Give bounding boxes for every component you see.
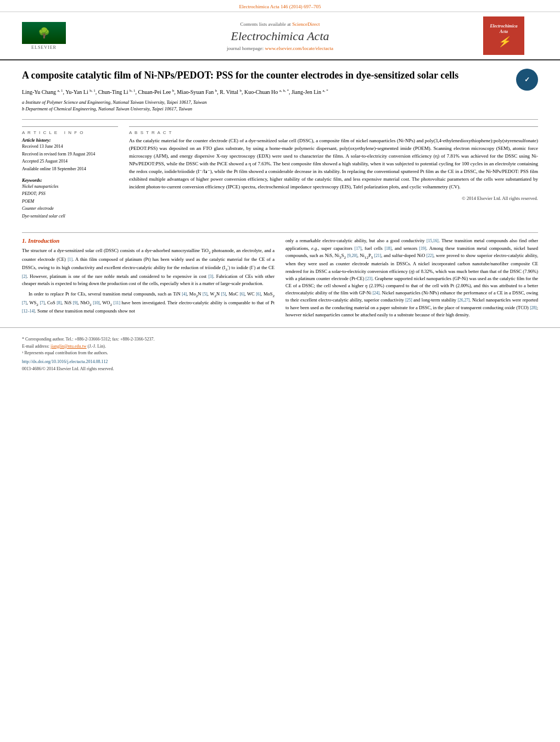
keyword-4: Counter electrode [22,205,118,213]
authors-line: Ling-Yu Chang a, 1, Yu-Yan Li b, 1, Chun… [22,87,538,96]
authors-text: Ling-Yu Chang a, 1, Yu-Yan Li b, 1, Chun… [22,89,328,95]
affiliation-b: b Department of Chemical Engineering, Na… [22,105,538,113]
email-text: E-mail address: jianglin@ntu.edu.tw (J.-… [22,344,106,349]
intro-para-3: only a remarkable electro-catalytic abil… [285,237,538,318]
doi-url[interactable]: http://dx.doi.org/10.1016/j.electacta.20… [22,359,108,364]
elsevier-tree-icon: 🌳 [38,27,50,39]
contents-available: Contents lists available at ScienceDirec… [77,21,483,27]
affiliations-section: a Institute of Polymer Science and Engin… [22,99,538,113]
elsevier-label: ELSEVIER [31,45,57,50]
article-history: Article history: Received 13 June 2014 R… [22,137,118,172]
section1-label: Introduction [28,237,59,244]
revised-date: Received in revised form 19 August 2014 [22,150,118,158]
keywords-label: Keywords: [22,177,118,183]
article-info-column: A R T I C L E I N F O Article history: R… [22,126,118,220]
journal-logo-right: ElectrochimicaActa ⚡ [483,16,549,55]
journal-logo-title: ElectrochimicaActa [490,24,517,35]
copyright-line: © 2014 Elsevier Ltd. All rights reserved… [129,196,538,201]
journal-logo-box: ElectrochimicaActa ⚡ [483,16,524,55]
journal-header: 🌳 ELSEVIER Contents lists available at S… [0,12,560,60]
keyword-3: POEM [22,198,118,205]
accepted-date: Accepted 25 August 2014 [22,158,118,165]
online-date: Available online 18 September 2014 [22,165,118,173]
received-date: Received 13 June 2014 [22,143,118,150]
journal-header-center: Contents lists available at ScienceDirec… [77,21,483,51]
divider-2 [22,232,538,233]
body-content: 1. Introduction The structure of a dye-s… [0,237,560,321]
article-content: A composite catalytic film of Ni-NPs/PED… [0,60,560,228]
elsevier-logo: 🌳 ELSEVIER [11,22,77,50]
section1-body-left: The structure of a dye-sensitized solar … [22,247,275,315]
top-banner: Electrochimica Acta 146 (2014) 697–705 [0,0,560,12]
footnotes: * Corresponding author. Tel.: +886-2-336… [22,336,538,357]
journal-citation: Electrochimica Acta 146 (2014) 697–705 [239,4,321,9]
abstract-column: A B S T R A C T As the catalytic materia… [129,126,538,220]
email-link[interactable]: jianglin@ntu.edu.tw [51,344,87,349]
keywords-section: Keywords: Nickel nanoparticles PEDOT; PS… [22,177,118,220]
keyword-2: PEDOT; PSS [22,190,118,198]
journal-homepage: journal homepage: www.elsevier.com/locat… [77,46,483,51]
journal-title: Electrochimica Acta [77,29,483,43]
affiliation-a: a Institute of Polymer Science and Engin… [22,99,538,106]
contents-text: Contents lists available at [240,21,290,27]
homepage-url[interactable]: www.elsevier.com/locate/electacta [265,46,333,51]
body-right-col: only a remarkable electro-catalytic abil… [285,237,538,321]
article-info-abstract: A R T I C L E I N F O Article history: R… [22,126,538,220]
sciencedirect-link[interactable]: ScienceDirect [292,21,320,27]
crossmark-icon: ✓ [524,75,530,84]
email-note: E-mail address: jianglin@ntu.edu.tw (J.-… [22,343,538,350]
issn-line: 0013-4686/© 2014 Elsevier Ltd. All right… [22,366,538,371]
divider-1 [22,119,538,120]
article-title-section: A composite catalytic film of Ni-NPs/PED… [22,69,538,82]
elsevier-logo-box: 🌳 [22,22,66,44]
article-info-label: A R T I C L E I N F O [22,130,118,135]
keyword-1: Nickel nanoparticles [22,183,118,191]
body-left-col: 1. Introduction The structure of a dye-s… [22,237,275,321]
corresponding-text: * Corresponding author. Tel.: +886-2-336… [22,337,154,342]
article-title-text: A composite catalytic film of Ni-NPs/PED… [22,70,458,81]
page: Electrochimica Acta 146 (2014) 697–705 🌳… [0,0,560,742]
elsevier-logo-section: 🌳 ELSEVIER [11,22,77,50]
crossmark-badge: ✓ [516,69,538,91]
footer-section: * Corresponding author. Tel.: +886-2-336… [0,327,560,371]
section1-body-right: only a remarkable electro-catalytic abil… [285,237,538,318]
section1-title: 1. Introduction [22,237,275,244]
equal-contribution-note: ¹ Represents equal contribution from the… [22,350,538,357]
homepage-label: journal homepage: [227,46,264,51]
corresponding-note: * Corresponding author. Tel.: +886-2-336… [22,336,538,343]
intro-para-2: In order to replace Pt for CEs, several … [22,291,275,315]
intro-para-1: The structure of a dye-sensitized solar … [22,247,275,287]
doi-line: http://dx.doi.org/10.1016/j.electacta.20… [22,359,538,364]
keyword-5: Dye-sensitized solar cell [22,213,118,220]
article-dates: Received 13 June 2014 Received in revise… [22,143,118,172]
section1-number: 1. [22,237,26,244]
keyword-list: Nickel nanoparticles PEDOT; PSS POEM Cou… [22,183,118,220]
journal-logo-icon: ⚡ [498,36,510,48]
article-history-label: Article history: [22,137,118,143]
abstract-text: As the catalytic material for the counte… [129,137,538,191]
abstract-label: A B S T R A C T [129,130,538,135]
